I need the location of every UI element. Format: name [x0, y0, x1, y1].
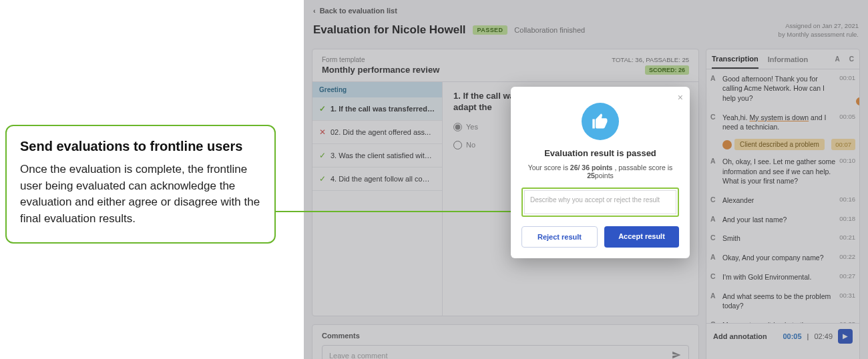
transcript-body: AGood afternoon! Thank you for calling A… [706, 69, 859, 323]
form-template-label: Form template [322, 56, 439, 63]
collab-status: Collaboration finished [514, 26, 585, 34]
chevron-left-icon: ‹ [313, 7, 316, 15]
header-meta: Assigned on Jan 27, 2021 by Monthly asse… [779, 21, 859, 39]
speaker-a[interactable]: A [835, 55, 840, 67]
form-template-name: Monthly performance review [322, 65, 439, 75]
transcript-time: 00:18 [839, 215, 855, 222]
question-item[interactable]: ✕02. Did the agent offered ass... [312, 121, 442, 144]
question-item-text: 3. Was the client satisfied with ... [331, 151, 435, 159]
reason-placeholder: Describe why you accept or reject the re… [530, 196, 660, 204]
transcript-row[interactable]: CI'm with Gold Environmental.00:27 [706, 268, 859, 287]
transcript-time: 00:10 [839, 157, 855, 164]
transcript-message: And your last name? [722, 215, 835, 225]
question-item[interactable]: ✓4. Did the agent follow all comp... [312, 167, 442, 191]
app-panel: ‹ Back to evaluation list Evaluation for… [304, 0, 868, 359]
speaker-label: C [710, 320, 718, 323]
assigned-rule: by Monthly assessment rule. [779, 30, 859, 39]
scored-badge: SCORED: 26 [645, 65, 689, 75]
speaker-label: C [710, 196, 718, 204]
speaker-label: A [710, 74, 718, 82]
transcript-row[interactable]: AOkay, And your company name?00:22 [706, 248, 859, 268]
duration: 02:49 [814, 332, 833, 340]
question-item[interactable]: ✓1. If the call was transferred di... [312, 97, 442, 121]
comments-label: Comments [322, 332, 689, 340]
reject-button[interactable]: Reject result [521, 226, 598, 248]
tabs: Transcription Information A C [706, 49, 859, 69]
transcript-row[interactable]: CMy agents can't log in to the system. I… [706, 316, 859, 323]
comment-input[interactable]: Leave a comment [322, 345, 689, 359]
transcript-message: And what seems to be the problem today? [722, 292, 835, 311]
speaker-label: C [710, 234, 718, 242]
transcript-row[interactable]: AAnd what seems to be the problem today?… [706, 287, 859, 316]
speaker-label: A [710, 253, 718, 261]
transcript-annotation[interactable]: Client described a problem00:07 [706, 137, 859, 152]
comments-card: Comments Leave a comment [312, 324, 699, 359]
transcript-message: Oh, okay, I see. Let me gather some info… [722, 157, 835, 186]
tab-information[interactable]: Information [768, 55, 809, 68]
transcript-time: 00:21 [839, 234, 855, 241]
connector-line [276, 211, 516, 212]
check-icon: ✓ [319, 104, 326, 113]
send-icon[interactable] [671, 350, 682, 359]
question-item-text: 1. If the call was transferred di... [331, 105, 435, 113]
section-header: Greeting [312, 82, 442, 97]
tab-transcription[interactable]: Transcription [712, 55, 758, 69]
transcript-time: 00:22 [839, 253, 855, 260]
speaker-label: C [710, 113, 718, 121]
transcript-row[interactable]: CSmith00:21 [706, 229, 859, 248]
speaker-label: A [710, 215, 718, 223]
transcript-message: My agents can't log in to the system. It… [722, 320, 835, 323]
transcript-message: Good afternoon! Thank you for calling Ac… [722, 74, 835, 103]
back-link[interactable]: ‹ Back to evaluation list [304, 0, 868, 19]
radio-yes-label: Yes [466, 123, 478, 131]
transcript-time: 00:27 [839, 272, 855, 280]
current-timestamp: 00:05 [783, 332, 801, 340]
transcript-time: 00:05 [839, 113, 855, 120]
reason-input[interactable]: Describe why you accept or reject the re… [524, 190, 676, 214]
assigned-date: Assigned on Jan 27, 2021 [779, 21, 859, 30]
transcript-time: 00:31 [839, 292, 855, 299]
transcript-row[interactable]: AOh, okay, I see. Let me gather some inf… [706, 152, 859, 191]
annotation-footer: Add annotation 00:05 | 02:49 ▶ [706, 323, 859, 349]
transcript-time: 00:01 [839, 74, 855, 81]
transcript-time: 00:16 [839, 196, 855, 203]
page-title: Evaluation for Nicole Howell [313, 23, 466, 37]
transcript-message: Smith [722, 234, 835, 244]
callout-title: Send evaluations to frontline users [20, 138, 261, 155]
back-link-text: Back to evaluation list [320, 7, 397, 15]
transcript-time: 00:35 [839, 320, 855, 323]
radio-no-input[interactable] [453, 141, 462, 149]
transcript-message: Okay, And your company name? [722, 253, 835, 263]
annotation-time: 00:07 [831, 139, 855, 150]
transcript-row[interactable]: AGood afternoon! Thank you for calling A… [706, 69, 859, 108]
form-totals: TOTAL: 36, PASSABLE: 25 [612, 56, 689, 63]
transcript-row[interactable]: CYeah,hi. My system is down and I need a… [706, 108, 859, 137]
eval-header: Evaluation for Nicole Howell PASSED Coll… [304, 19, 868, 49]
play-button[interactable]: ▶ [838, 329, 853, 344]
modal-reason-highlight: Describe why you accept or reject the re… [521, 188, 679, 217]
transcript-row[interactable]: CAlexander00:16 [706, 191, 859, 210]
check-icon: ✓ [319, 151, 326, 160]
question-item[interactable]: ✓3. Was the client satisfied with ... [312, 144, 442, 167]
callout-card: Send evaluations to frontline users Once… [5, 125, 276, 244]
annotation-dot-icon [722, 140, 732, 149]
accept-button[interactable]: Accept result [604, 226, 679, 248]
transcript-message: Alexander [722, 196, 835, 206]
question-item-text: 02. Did the agent offered ass... [331, 128, 431, 136]
annotation-marker-icon[interactable] [855, 96, 859, 107]
speaker-c[interactable]: C [849, 55, 854, 67]
x-icon: ✕ [319, 127, 326, 137]
modal-title: Evaluation result is passed [521, 148, 679, 158]
status-badge-passed: PASSED [473, 25, 508, 35]
question-list: Greeting ✓1. If the call was transferred… [312, 82, 443, 316]
comment-placeholder: Leave a comment [329, 352, 387, 359]
thumbs-up-icon [582, 103, 619, 140]
close-icon[interactable]: × [678, 92, 683, 103]
callout-body: Once the evaluation is complete, the fro… [20, 161, 261, 228]
question-item-text: 4. Did the agent follow all comp... [331, 175, 435, 183]
transcript-row[interactable]: AAnd your last name?00:18 [706, 210, 859, 230]
add-annotation-button[interactable]: Add annotation [713, 332, 767, 340]
radio-yes-input[interactable] [453, 123, 462, 131]
speaker-label: A [710, 292, 718, 300]
transcript-card: Transcription Information A C AGood afte… [706, 49, 860, 359]
